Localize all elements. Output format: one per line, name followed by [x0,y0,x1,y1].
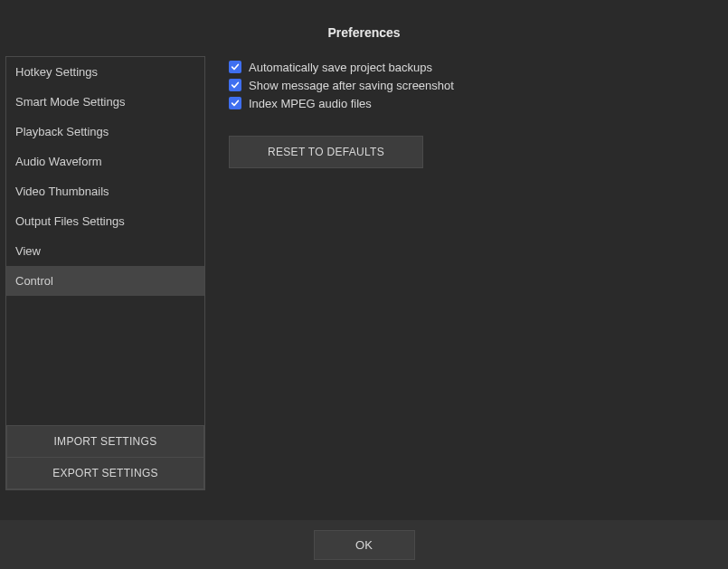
sidebar-buttons: IMPORT SETTINGS EXPORT SETTINGS [6,425,204,489]
checkbox-row: Show message after saving screenshot [229,76,714,94]
checkbox-row: Index MPEG audio files [229,94,714,112]
dialog-header: Preferences [0,0,728,56]
sidebar-item-playback-settings[interactable]: Playback Settings [6,117,204,147]
sidebar-item-output-files-settings[interactable]: Output Files Settings [6,206,204,236]
import-settings-button[interactable]: IMPORT SETTINGS [6,425,204,458]
sidebar-item-label: Playback Settings [15,125,109,138]
dialog-body: Hotkey SettingsSmart Mode SettingsPlayba… [0,56,728,520]
sidebar-item-label: Audio Waveform [15,155,102,168]
preferences-content: Automatically save project backupsShow m… [205,56,723,520]
sidebar-item-label: Output Files Settings [15,214,125,228]
checkbox[interactable] [229,61,241,73]
sidebar-item-hotkey-settings[interactable]: Hotkey Settings [6,57,204,87]
sidebar-item-label: Smart Mode Settings [15,95,125,109]
checkbox-label: Show message after saving screenshot [249,79,454,92]
sidebar-item-label: Control [15,274,53,288]
checkbox[interactable] [229,79,241,91]
checkbox-label: Index MPEG audio files [249,97,372,110]
checkbox-row: Automatically save project backups [229,58,714,76]
checkbox-label: Automatically save project backups [249,61,432,74]
ok-button[interactable]: OK [314,530,415,560]
sidebar-item-audio-waveform[interactable]: Audio Waveform [6,147,204,176]
sidebar-item-smart-mode-settings[interactable]: Smart Mode Settings [6,87,204,117]
dialog-title: Preferences [0,25,728,40]
sidebar-item-label: View [15,244,41,258]
checkbox-list: Automatically save project backupsShow m… [229,58,714,112]
sidebar-item-control[interactable]: Control [6,266,204,296]
sidebar-item-label: Hotkey Settings [15,65,98,79]
sidebar-list: Hotkey SettingsSmart Mode SettingsPlayba… [6,57,204,425]
sidebar-item-video-thumbnails[interactable]: Video Thumbnails [6,176,204,206]
preferences-sidebar: Hotkey SettingsSmart Mode SettingsPlayba… [5,56,205,490]
sidebar-item-view[interactable]: View [6,236,204,266]
dialog-footer: OK [0,520,728,569]
checkbox[interactable] [229,97,241,109]
export-settings-button[interactable]: EXPORT SETTINGS [6,458,204,489]
sidebar-item-label: Video Thumbnails [15,185,109,198]
reset-defaults-button[interactable]: RESET TO DEFAULTS [229,136,423,168]
